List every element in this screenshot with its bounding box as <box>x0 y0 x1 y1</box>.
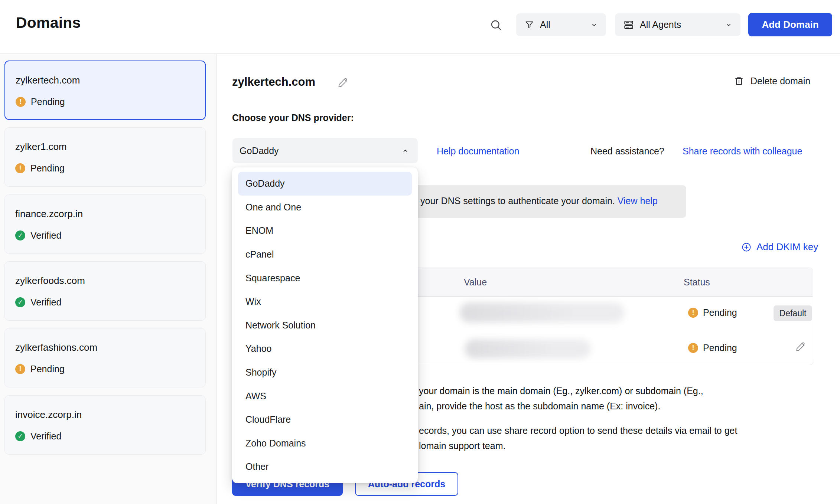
record-status: ! Pending <box>688 343 737 353</box>
view-help-link[interactable]: View help <box>618 196 658 206</box>
domain-name: zylkerfashions.com <box>15 342 97 353</box>
dns-provider-label: Choose your DNS provider: <box>232 112 354 123</box>
record-status: ! Pending <box>688 307 737 318</box>
search-icon[interactable] <box>489 19 503 32</box>
help-documentation-link[interactable]: Help documentation <box>437 146 519 157</box>
dropdown-option-cloudflare[interactable]: CloudFlare <box>232 408 418 432</box>
agents-filter-dropdown[interactable]: All Agents <box>615 13 740 36</box>
dropdown-option-zoho-domains[interactable]: Zoho Domains <box>232 432 418 455</box>
column-header-value: Value <box>464 277 487 288</box>
selected-domain-title: zylkertech.com <box>232 75 315 89</box>
domain-status: Pending <box>30 364 65 374</box>
redacted-record-value <box>465 339 591 359</box>
record-status-label: Pending <box>703 343 737 353</box>
chevron-up-icon <box>402 147 409 154</box>
pending-icon: ! <box>15 163 25 173</box>
dns-provider-select[interactable]: GoDaddy <box>232 138 418 163</box>
dropdown-option-cpanel[interactable]: cPanel <box>232 243 418 266</box>
dropdown-option-network-solution[interactable]: Network Solution <box>232 314 418 337</box>
domain-card-zylkerfoods[interactable]: zylkerfoods.com ✓ Verified <box>4 261 206 321</box>
pending-icon: ! <box>16 97 26 107</box>
verified-icon: ✓ <box>15 230 25 240</box>
edit-domain-icon[interactable] <box>337 76 349 88</box>
delete-domain-label: Delete domain <box>751 76 810 86</box>
trash-icon <box>733 75 745 86</box>
add-dkim-key-button[interactable]: Add DKIM key <box>741 241 818 253</box>
add-dkim-label: Add DKIM key <box>756 241 818 253</box>
chevron-down-icon <box>725 21 732 29</box>
domains-page: Domains All <box>0 0 840 504</box>
verified-icon: ✓ <box>15 297 25 307</box>
need-assistance-text: Need assistance? <box>590 146 664 157</box>
agents-icon <box>623 19 634 30</box>
redacted-record-value <box>460 302 624 323</box>
domain-status: Pending <box>30 163 65 174</box>
page-title: Domains <box>16 14 81 32</box>
default-badge: Default <box>774 305 812 321</box>
domain-name: finance.zcorp.in <box>15 208 83 220</box>
domain-card-zylkerfashions[interactable]: zylkerfashions.com ! Pending <box>4 328 206 387</box>
dropdown-option-other[interactable]: Other <box>232 455 418 479</box>
domain-status: Verified <box>30 431 61 442</box>
edit-record-icon[interactable] <box>795 341 807 352</box>
plus-circle-icon <box>741 242 752 252</box>
domain-card-invoice-zcorp[interactable]: invoice.zcorp.in ✓ Verified <box>4 395 206 455</box>
dropdown-option-wix[interactable]: Wix <box>232 290 418 314</box>
domain-name: zylkertech.com <box>16 75 80 86</box>
top-bar: Domains All <box>0 0 840 54</box>
dropdown-option-enom[interactable]: ENOM <box>232 219 418 243</box>
banner-text: your DNS settings to authenticate your d… <box>420 196 615 206</box>
domain-card-finance-zcorp[interactable]: finance.zcorp.in ✓ Verified <box>4 194 206 254</box>
help-paragraph-line: ecords, you can use share record option … <box>419 425 737 436</box>
pending-icon: ! <box>688 343 698 353</box>
pending-icon: ! <box>15 364 25 374</box>
dns-provider-select-value: GoDaddy <box>240 145 279 156</box>
delete-domain-button[interactable]: Delete domain <box>733 75 810 86</box>
dropdown-option-aws[interactable]: AWS <box>232 384 418 408</box>
domain-list-sidebar: zylkertech.com ! Pending zylker1.com ! P… <box>0 54 217 504</box>
help-paragraph-line: your domain is the main domain (Eg., zyl… <box>419 386 703 396</box>
dropdown-option-shopify[interactable]: Shopify <box>232 361 418 384</box>
add-domain-button[interactable]: Add Domain <box>748 13 832 36</box>
domain-name: zylkerfoods.com <box>15 275 85 287</box>
verified-icon: ✓ <box>15 431 25 441</box>
domain-card-zylkertech[interactable]: zylkertech.com ! Pending <box>4 60 206 120</box>
status-filter-value: All <box>540 19 550 30</box>
chevron-down-icon <box>590 21 598 29</box>
dropdown-option-godaddy[interactable]: GoDaddy <box>238 172 412 196</box>
status-filter-dropdown[interactable]: All <box>516 13 606 36</box>
domain-card-zylker1[interactable]: zylker1.com ! Pending <box>4 127 206 187</box>
dropdown-option-yahoo[interactable]: Yahoo <box>232 337 418 361</box>
domain-status: Verified <box>30 230 61 241</box>
domain-name: zylker1.com <box>15 141 67 153</box>
domain-status: Pending <box>31 96 65 107</box>
help-paragraph-line: lomain support team. <box>419 441 505 451</box>
dropdown-option-squarespace[interactable]: Squarespace <box>232 266 418 290</box>
record-status-label: Pending <box>703 307 737 318</box>
pending-icon: ! <box>688 308 698 318</box>
dropdown-option-one-and-one[interactable]: One and One <box>232 196 418 219</box>
help-paragraph-line: ain, provide the host as the subdomain n… <box>419 401 660 412</box>
filter-funnel-icon <box>524 20 534 30</box>
domain-status: Verified <box>30 297 61 308</box>
share-records-link[interactable]: Share records with colleague <box>683 146 802 157</box>
agents-filter-value: All Agents <box>640 19 681 30</box>
domain-name: invoice.zcorp.in <box>15 409 82 420</box>
dns-provider-dropdown-menu: GoDaddy One and One ENOM cPanel Squaresp… <box>232 167 418 483</box>
column-header-status: Status <box>684 277 710 288</box>
